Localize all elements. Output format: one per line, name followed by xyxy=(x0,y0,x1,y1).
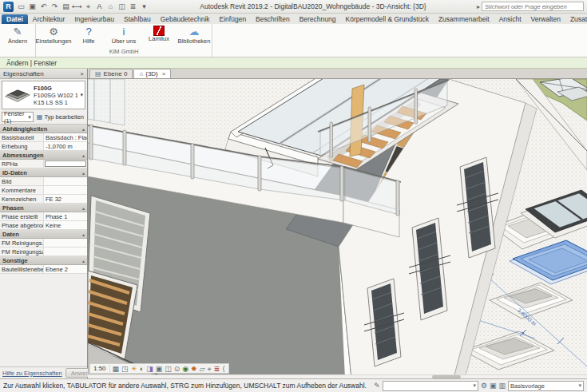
ribbon-tab[interactable]: Beschriften xyxy=(251,14,295,24)
search-input[interactable] xyxy=(482,2,584,11)
property-value[interactable] xyxy=(45,160,86,167)
ribbon-tab[interactable]: Architektur xyxy=(28,14,70,24)
default-3d-view-icon[interactable]: ⌂ xyxy=(105,2,116,12)
temporary-view-properties-icon[interactable]: ▱ xyxy=(200,364,205,374)
ribbon-tab[interactable]: Berechnung xyxy=(295,14,341,24)
model-viewport[interactable]: 1,9200 m 3,6000 m xyxy=(88,79,587,378)
property-section-header[interactable]: Abmessungen▴ xyxy=(0,151,87,160)
property-value[interactable]: Keine xyxy=(44,221,87,229)
save-icon[interactable]: ▣ xyxy=(27,2,38,12)
collapse-section-icon[interactable]: ▴ xyxy=(82,170,85,176)
view-tab-ebene-0[interactable]: ▤ Ebene 0 xyxy=(89,69,133,78)
visual-style-icon[interactable]: ◳ xyxy=(121,364,129,374)
property-value[interactable] xyxy=(44,177,87,185)
help-button[interactable]: ? Hilfe xyxy=(71,24,106,47)
property-value[interactable]: Basisdach : Flac... xyxy=(44,133,87,141)
property-value[interactable]: Ebene 2 xyxy=(44,265,87,273)
tab-close-icon[interactable]: × xyxy=(162,70,166,77)
worksets-combo[interactable]: ▾ xyxy=(383,381,478,391)
toolbar-overflow-icon[interactable]: ▾ xyxy=(139,2,149,12)
section-icon[interactable]: ◫ xyxy=(117,2,127,12)
ribbon-tab[interactable]: Datei xyxy=(2,14,28,24)
design-options-icon[interactable]: ▣ xyxy=(490,382,497,390)
ribbon-tab[interactable]: Einfügen xyxy=(215,14,252,24)
modify-button[interactable]: ✎ Ändern xyxy=(0,24,35,47)
ribbon-tab[interactable]: Ingenieurbau xyxy=(69,14,119,24)
about-button[interactable]: i Über uns xyxy=(106,24,141,47)
editable-only-icon[interactable]: ⚙ xyxy=(481,382,487,390)
collapse-section-icon[interactable]: ▴ xyxy=(82,152,85,158)
properties-help-link[interactable]: Hilfe zu Eigenschaften xyxy=(2,370,62,377)
view-control-icons: ▦◳☀◐◨▣◫⊙◉✸▱⌖≣⟨ xyxy=(113,364,225,374)
revit-logo[interactable]: R xyxy=(3,2,14,12)
collapse-section-icon[interactable]: ▴ xyxy=(82,258,85,263)
ribbon-tab[interactable]: Zusammenarbeit xyxy=(434,14,494,24)
property-section-header[interactable]: Abhängigkeiten▴ xyxy=(0,125,87,133)
property-row: Bauteillistenebe...Ebene 2 xyxy=(0,265,87,274)
property-section-header[interactable]: Daten▴ xyxy=(0,230,87,239)
property-section-header[interactable]: Sonstige▴ xyxy=(0,256,87,265)
property-value[interactable] xyxy=(44,186,87,194)
settings-button[interactable]: ⚙ Einstellungen xyxy=(36,24,71,47)
property-value[interactable] xyxy=(44,239,87,247)
exclude-options-icon[interactable]: ▥ xyxy=(498,382,506,390)
ribbon-tab[interactable]: Stahlbau xyxy=(119,14,156,24)
collapse-icon[interactable]: ⟨ xyxy=(222,364,225,374)
shadows-icon[interactable]: ◐ xyxy=(140,364,144,374)
ribbon-tab[interactable]: Verwalten xyxy=(526,14,565,24)
ribbon-tab[interactable]: Zusatzmodule xyxy=(565,14,587,24)
element-filter-combo[interactable]: Fenster (1) ▾ xyxy=(2,112,34,122)
reveal-hidden-icon[interactable]: ✸ xyxy=(191,364,197,374)
search-expand-icon[interactable]: ▸ xyxy=(477,3,480,10)
property-row: Kommentare xyxy=(0,186,87,195)
properties-header[interactable]: Eigenschaften × xyxy=(0,69,87,79)
property-row: FM Reinigungsz... xyxy=(0,247,87,256)
constraints-icon[interactable]: ≣ xyxy=(214,364,220,374)
property-section-header[interactable]: ID-Daten▴ xyxy=(0,168,87,177)
chevron-down-icon[interactable]: ▾ xyxy=(80,92,83,98)
property-section-header[interactable]: Phasen▴ xyxy=(0,204,87,212)
horizontal-scrollbar[interactable] xyxy=(88,374,587,378)
measure-icon[interactable]: ⟷ xyxy=(72,2,82,12)
window-title: Autodesk Revit 2019.2 - DigitalBAU2020_W… xyxy=(152,2,474,10)
displacement-icon[interactable]: ⌖ xyxy=(208,364,212,374)
view-tab-3d[interactable]: ⌂ {3D} × xyxy=(133,69,171,78)
detail-level-icon[interactable]: ▦ xyxy=(113,364,120,374)
collapse-section-icon[interactable]: ▴ xyxy=(82,205,85,211)
3d-model-view[interactable]: 1,9200 m 3,6000 m xyxy=(88,79,587,378)
text-icon[interactable]: A xyxy=(94,2,105,12)
crop-region-visibility-icon[interactable]: ◫ xyxy=(165,364,172,374)
lamilux-button[interactable]: Lamilux xyxy=(141,24,176,47)
redo-icon[interactable]: ↷ xyxy=(50,2,60,12)
edit-type-button[interactable]: ▦ Typ bearbeiten xyxy=(35,113,85,121)
ribbon-tab[interactable]: Körpermodell & Grundstück xyxy=(340,14,433,24)
ribbon-tab[interactable]: Ansicht xyxy=(494,14,526,24)
undo-icon[interactable]: ↶ xyxy=(38,2,49,12)
property-value[interactable]: -1,0700 m xyxy=(44,142,87,150)
property-label: Kennzeichen xyxy=(0,195,44,203)
libraries-button[interactable]: ☁ Bibliotheken xyxy=(176,24,212,47)
scale-button[interactable]: 1:50 xyxy=(93,365,110,372)
collapse-section-icon[interactable]: ▴ xyxy=(82,232,85,237)
worksets-icon[interactable]: ✎ xyxy=(374,382,380,390)
sun-path-icon[interactable]: ☀ xyxy=(131,364,137,374)
panel-label[interactable]: KiM GmbH xyxy=(36,47,212,57)
property-value[interactable] xyxy=(44,247,87,255)
property-value[interactable]: Phase 1 xyxy=(44,212,87,220)
scrollbar-thumb[interactable] xyxy=(432,375,461,378)
close-icon[interactable]: × xyxy=(80,70,84,77)
thin-lines-icon[interactable]: ≣ xyxy=(128,2,138,12)
property-value[interactable]: FE 32 xyxy=(44,195,87,203)
design-option-combo[interactable]: Basisvorlage▾ xyxy=(508,381,584,391)
hide-isolate-icon[interactable]: ◉ xyxy=(182,364,188,374)
print-icon[interactable]: ▤ xyxy=(61,2,71,12)
ribbon-tab[interactable]: Gebäudetechnik xyxy=(156,14,215,24)
property-row: Phase erstelltPhase 1 xyxy=(0,212,87,221)
collapse-section-icon[interactable]: ▴ xyxy=(82,126,85,132)
type-selector[interactable]: F100G F100SG W102 100 100 K15 LS SS 1 ▾ xyxy=(2,81,85,109)
crop-view-icon[interactable]: ▣ xyxy=(156,364,163,374)
rendering-icon[interactable]: ◨ xyxy=(146,364,153,374)
aligned-dimension-icon[interactable]: ⌖ xyxy=(83,2,93,12)
open-icon[interactable]: ▭ xyxy=(16,2,26,12)
locked-3d-view-icon[interactable]: ⊙ xyxy=(174,364,180,374)
